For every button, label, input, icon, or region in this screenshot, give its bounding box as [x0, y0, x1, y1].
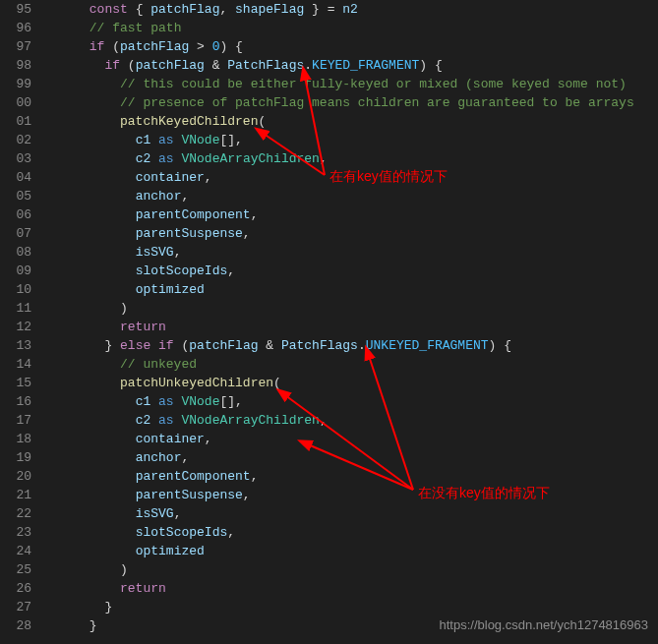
- line-number: 02: [0, 131, 31, 149]
- code-editor: 9596979899000102030405060708091011121314…: [0, 0, 658, 635]
- line-number: 18: [0, 430, 31, 448]
- code-line: }: [43, 598, 658, 616]
- line-number: 25: [0, 560, 31, 579]
- code-line: if (patchFlag > 0) {: [43, 37, 658, 56]
- line-gutter: 9596979899000102030405060708091011121314…: [0, 0, 43, 635]
- line-number: 05: [0, 187, 31, 205]
- line-number: 04: [0, 168, 31, 187]
- code-line: slotScopeIds,: [43, 262, 658, 280]
- line-number: 97: [0, 37, 31, 56]
- line-number: 98: [0, 56, 31, 75]
- line-number: 27: [0, 598, 31, 616]
- code-line: parentComponent,: [43, 467, 658, 486]
- line-number: 21: [0, 486, 31, 504]
- line-number: 28: [0, 616, 31, 635]
- code-line: isSVG,: [43, 243, 658, 262]
- code-line: // this could be either fully-keyed or m…: [43, 75, 658, 93]
- code-line: parentSuspense,: [43, 224, 658, 243]
- line-number: 00: [0, 93, 31, 112]
- line-number: 01: [0, 112, 31, 131]
- code-line: parentSuspense,: [43, 486, 658, 504]
- code-line: c1 as VNode[],: [43, 392, 658, 411]
- code-line: c1 as VNode[],: [43, 131, 658, 149]
- code-line: anchor,: [43, 448, 658, 467]
- line-number: 10: [0, 280, 31, 299]
- code-line: c2 as VNodeArrayChildren,: [43, 149, 658, 168]
- line-number: 17: [0, 411, 31, 430]
- line-number: 96: [0, 19, 31, 37]
- code-line: } else if (patchFlag & PatchFlags.UNKEYE…: [43, 336, 658, 355]
- code-line: // presence of patchFlag means children …: [43, 93, 658, 112]
- line-number: 08: [0, 243, 31, 262]
- code-line: container,: [43, 168, 658, 187]
- code-line: parentComponent,: [43, 205, 658, 224]
- code-line: // fast path: [43, 19, 658, 37]
- line-number: 09: [0, 262, 31, 280]
- line-number: 22: [0, 504, 31, 523]
- line-number: 06: [0, 205, 31, 224]
- line-number: 13: [0, 336, 31, 355]
- line-number: 24: [0, 542, 31, 560]
- line-number: 11: [0, 299, 31, 318]
- line-number: 03: [0, 149, 31, 168]
- line-number: 15: [0, 374, 31, 392]
- line-number: 20: [0, 467, 31, 486]
- line-number: 12: [0, 318, 31, 336]
- code-line: optimized: [43, 542, 658, 560]
- code-area: const { patchFlag, shapeFlag } = n2 // f…: [43, 0, 658, 635]
- code-line: return: [43, 318, 658, 336]
- code-line: const { patchFlag, shapeFlag } = n2: [43, 0, 658, 19]
- code-line: optimized: [43, 280, 658, 299]
- line-number: 14: [0, 355, 31, 374]
- code-line: ): [43, 560, 658, 579]
- code-line: // unkeyed: [43, 355, 658, 374]
- code-line: anchor,: [43, 187, 658, 205]
- code-line: container,: [43, 430, 658, 448]
- line-number: 23: [0, 523, 31, 542]
- code-line: isSVG,: [43, 504, 658, 523]
- line-number: 19: [0, 448, 31, 467]
- code-line: ): [43, 299, 658, 318]
- code-line: slotScopeIds,: [43, 523, 658, 542]
- line-number: 95: [0, 0, 31, 19]
- code-line: c2 as VNodeArrayChildren,: [43, 411, 658, 430]
- code-line: patchKeyedChildren(: [43, 112, 658, 131]
- line-number: 99: [0, 75, 31, 93]
- code-line: patchUnkeyedChildren(: [43, 374, 658, 392]
- line-number: 16: [0, 392, 31, 411]
- watermark: https://blog.csdn.net/ych1274816963: [440, 615, 649, 634]
- code-line: if (patchFlag & PatchFlags.KEYED_FRAGMEN…: [43, 56, 658, 75]
- line-number: 07: [0, 224, 31, 243]
- code-line: return: [43, 579, 658, 598]
- line-number: 26: [0, 579, 31, 598]
